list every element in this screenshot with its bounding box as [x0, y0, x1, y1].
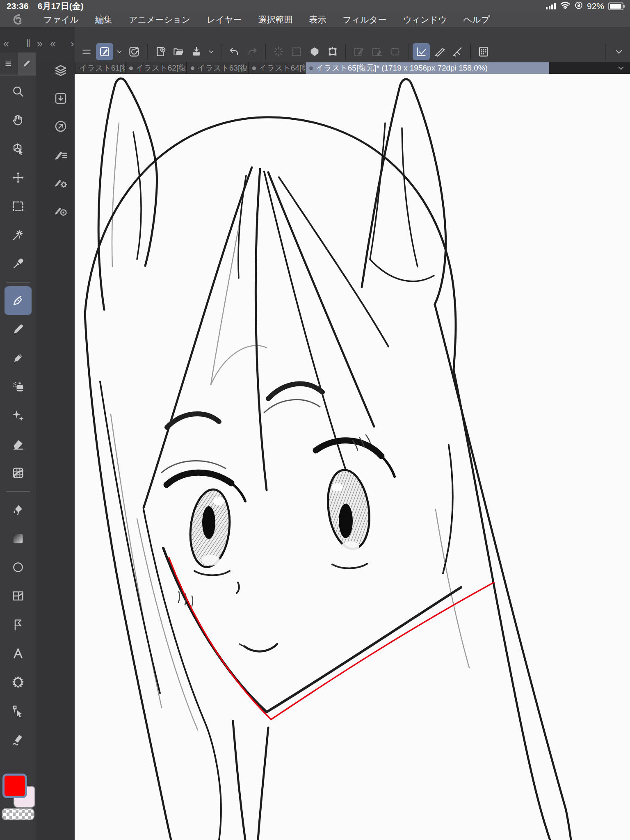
blend-tool[interactable]	[5, 459, 32, 487]
quick-share-icon[interactable]	[53, 119, 68, 134]
transparent-color-swatch[interactable]	[2, 808, 34, 820]
correct-line-tool[interactable]	[5, 725, 32, 754]
marker-tool[interactable]	[5, 344, 32, 372]
hand-tool[interactable]	[5, 106, 32, 135]
shrink-selection-icon[interactable]	[386, 43, 404, 60]
ruler-tool[interactable]	[5, 610, 32, 639]
palette-menu-tab[interactable]	[0, 52, 18, 75]
sub-tool-panel-icon[interactable]	[53, 147, 68, 162]
red-guide-stroke	[169, 558, 494, 719]
transform-icon[interactable]	[324, 43, 341, 60]
menu-bar: ファイル編集アニメーションレイヤー選択範囲表示フィルターウィンドウヘルプ	[0, 12, 630, 27]
snap-to-ruler-icon[interactable]	[413, 43, 430, 60]
sketch-face-details	[162, 384, 395, 652]
selection-eraser-icon[interactable]	[368, 43, 386, 60]
quick-mask-icon[interactable]	[306, 43, 323, 60]
tool-divider	[6, 282, 30, 283]
tab-modified-dot	[309, 66, 313, 70]
toolbar-divider	[408, 44, 409, 59]
tab-modified-dot	[252, 66, 256, 70]
menu-item-2[interactable]: アニメーション	[129, 14, 190, 25]
processing-icon[interactable]	[270, 43, 287, 60]
snap-to-special-ruler-icon[interactable]	[431, 43, 448, 60]
selection-pen-icon[interactable]	[350, 43, 368, 60]
import-panel-icon[interactable]	[53, 91, 68, 106]
battery-icon	[608, 2, 623, 10]
pen-tool[interactable]	[5, 286, 32, 315]
snap-to-grid-icon[interactable]	[449, 43, 466, 60]
operation-tool[interactable]	[5, 696, 32, 725]
gradient-tool[interactable]	[5, 524, 32, 553]
zoom-tool[interactable]	[5, 77, 32, 106]
tool-palette-header	[0, 52, 36, 75]
fill-tool[interactable]	[5, 495, 32, 524]
menu-item-6[interactable]: フィルター	[342, 14, 386, 25]
document-tab-3[interactable]: イラスト63[復元	[187, 62, 248, 74]
clip-studio-spiral-icon[interactable]	[126, 43, 143, 60]
panel-collapse-glyph-4[interactable]: ›	[71, 38, 74, 50]
panel-collapse-glyph-1[interactable]: ‖	[26, 38, 30, 50]
menu-item-1[interactable]: 編集	[95, 14, 112, 25]
hamburger-menu-icon[interactable]	[78, 43, 95, 60]
tool-property-panel-icon[interactable]	[53, 175, 68, 189]
chevron-down-icon[interactable]	[206, 43, 217, 60]
selection-marquee-tool[interactable]	[5, 192, 32, 221]
auto-select-tool[interactable]	[5, 221, 32, 249]
edit-in-canvas-icon[interactable]	[96, 43, 113, 60]
document-tab-4[interactable]: イラスト64[復元	[249, 62, 305, 74]
pen-palette-tab[interactable]	[18, 52, 36, 75]
airbrush-tool[interactable]	[5, 372, 32, 401]
undo-icon[interactable]	[226, 43, 243, 60]
figure-tool[interactable]	[5, 553, 32, 582]
main-color-swatch[interactable]	[2, 774, 27, 798]
menu-item-3[interactable]: レイヤー	[207, 14, 242, 25]
date: 6月17日(金)	[38, 0, 84, 12]
document-tab-1[interactable]: イラスト61[復元	[75, 62, 125, 74]
canvas-sketch	[75, 74, 630, 840]
panel-collapse-glyph-3[interactable]: «	[50, 38, 56, 50]
new-canvas-icon[interactable]	[152, 43, 169, 60]
eyedropper-tool[interactable]	[5, 249, 32, 278]
document-tab-5[interactable]: イラスト65[復元]* (1719 x 1956px 72dpi 158.0%)	[306, 62, 549, 74]
toolbar-divider	[605, 44, 606, 59]
open-file-icon[interactable]	[170, 43, 187, 60]
tab-label: イラスト65[復元]* (1719 x 1956px 72dpi 158.0%)	[316, 63, 488, 73]
layers-panel-icon[interactable]	[53, 63, 68, 78]
menu-item-8[interactable]: ヘルプ	[463, 14, 490, 25]
orientation-lock-icon	[575, 1, 583, 11]
frame-border-tool[interactable]	[5, 582, 32, 610]
panel-collapse-glyph-0[interactable]: «	[3, 38, 9, 50]
text-tool[interactable]	[5, 639, 32, 668]
panel-collapse-glyph-2[interactable]: »	[37, 38, 43, 50]
menu-item-5[interactable]: 表示	[309, 14, 326, 25]
drawing-canvas[interactable]	[75, 74, 630, 840]
toolbar-divider	[147, 44, 148, 59]
tab-list-chevron-icon[interactable]	[616, 63, 626, 73]
deselect-icon[interactable]	[288, 43, 305, 60]
export-save-icon[interactable]	[188, 43, 205, 60]
decoration-tool[interactable]	[5, 401, 32, 430]
cellular-signal-icon	[546, 3, 556, 9]
chevron-down-icon[interactable]	[114, 43, 125, 60]
chevron-down-icon[interactable]	[610, 43, 628, 60]
object-3d-tool[interactable]	[5, 135, 32, 163]
brush-size-panel-icon[interactable]	[53, 203, 68, 217]
menu-item-0[interactable]: ファイル	[43, 14, 79, 25]
tab-label: イラスト64[復元	[259, 63, 305, 73]
move-layer-tool[interactable]	[5, 163, 32, 192]
toolbar-divider	[470, 44, 471, 59]
material-palette-icon[interactable]	[475, 43, 492, 60]
sketch-construction-lines	[111, 123, 469, 730]
clock: 23:36	[7, 1, 29, 11]
clip-studio-logo-icon[interactable]	[11, 13, 25, 27]
menu-item-7[interactable]: ウィンドウ	[403, 14, 447, 25]
sub-panel-column	[36, 62, 75, 840]
pencil-tool[interactable]	[5, 315, 32, 344]
toolbar-divider	[265, 44, 266, 59]
status-bar: 23:36 6月17日(金) 92%	[0, 0, 630, 12]
redo-icon[interactable]	[244, 43, 261, 60]
eraser-tool[interactable]	[5, 430, 32, 459]
document-tab-2[interactable]: イラスト62[復元	[126, 62, 186, 74]
balloon-tool[interactable]	[5, 668, 32, 696]
menu-item-4[interactable]: 選択範囲	[258, 14, 292, 25]
